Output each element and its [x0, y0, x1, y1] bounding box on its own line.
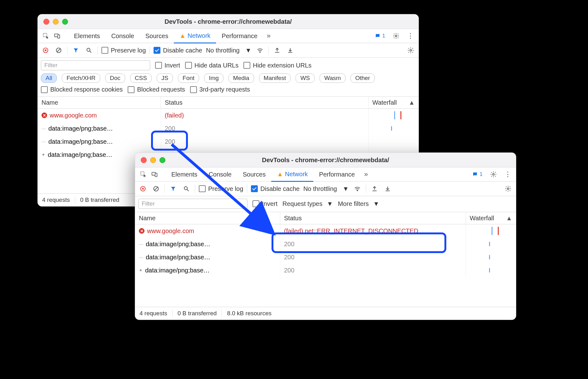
window-title: DevTools - chrome-error://chromewebdata/ — [38, 18, 419, 25]
more-tabs-icon[interactable]: » — [263, 30, 274, 42]
minimize-window-icon[interactable] — [53, 19, 59, 25]
type-pill-js[interactable]: JS — [157, 73, 173, 83]
record-icon[interactable] — [138, 184, 148, 193]
request-types-select[interactable]: Request types▼ — [282, 200, 333, 207]
warning-icon: ▲ — [277, 171, 283, 178]
hide-extension-urls-checkbox[interactable]: Hide extension URLs — [243, 62, 311, 69]
type-pill-all[interactable]: All — [41, 73, 57, 83]
filter-bar: Filter Invert Hide data URLs Hide extens… — [38, 58, 419, 97]
table-row[interactable]: —data:image/png;base… 200 — [135, 251, 516, 264]
table-row[interactable]: —data:image/png;base… 200 — [38, 122, 419, 135]
titlebar[interactable]: DevTools - chrome-error://chromewebdata/ — [38, 14, 419, 29]
disable-cache-checkbox[interactable]: Disable cache — [154, 47, 202, 54]
network-conditions-icon[interactable] — [255, 46, 265, 55]
table-row[interactable]: www.google.com (failed) — [38, 109, 419, 122]
type-pill-fetch-xhr[interactable]: Fetch/XHR — [62, 73, 100, 83]
search-icon[interactable] — [84, 46, 94, 55]
invert-checkbox[interactable]: Invert — [252, 200, 277, 207]
svg-point-10 — [259, 52, 260, 52]
minimize-window-icon[interactable] — [150, 157, 156, 163]
download-icon[interactable] — [286, 46, 295, 55]
type-pill-ws[interactable]: WS — [296, 73, 315, 83]
maximize-window-icon[interactable] — [62, 19, 68, 25]
device-toggle-icon[interactable] — [51, 30, 63, 42]
col-waterfall[interactable]: Waterfall▲ — [466, 212, 516, 224]
type-pill-media[interactable]: Media — [228, 73, 254, 83]
svg-point-3 — [395, 35, 397, 37]
titlebar[interactable]: DevTools - chrome-error://chromewebdata/ — [135, 153, 516, 167]
preserve-log-checkbox[interactable]: Preserve log — [101, 47, 146, 54]
filter-icon[interactable] — [169, 184, 178, 193]
tab-console[interactable]: Console — [203, 167, 237, 181]
panel-settings-gear-icon[interactable] — [406, 46, 415, 55]
resources-size: 8.0 kB resources — [222, 310, 277, 317]
network-conditions-icon[interactable] — [353, 184, 362, 193]
tab-network[interactable]: ▲Network — [271, 167, 313, 182]
type-pill-manifest[interactable]: Manifest — [259, 73, 291, 83]
record-icon[interactable] — [41, 46, 50, 55]
upload-icon[interactable] — [370, 184, 379, 193]
device-toggle-icon[interactable] — [149, 169, 160, 180]
hide-data-urls-checkbox[interactable]: Hide data URLs — [185, 62, 238, 69]
search-icon[interactable] — [182, 184, 191, 193]
svg-point-20 — [184, 187, 187, 190]
maximize-window-icon[interactable] — [159, 157, 165, 163]
tab-elements[interactable]: Elements — [166, 167, 203, 181]
svg-rect-2 — [58, 35, 60, 38]
tab-console[interactable]: Console — [105, 29, 140, 43]
clear-icon[interactable] — [151, 184, 161, 193]
filter-icon[interactable] — [71, 46, 81, 55]
tab-network[interactable]: ▲ Network — [174, 29, 216, 43]
preserve-log-checkbox[interactable]: Preserve log — [199, 185, 243, 192]
tab-sources[interactable]: Sources — [237, 167, 271, 181]
issues-button[interactable]: 1 — [470, 171, 485, 178]
more-filters-select[interactable]: More filters▼ — [338, 200, 380, 207]
type-pill-wasm[interactable]: Wasm — [320, 73, 345, 83]
table-row[interactable]: ✦data:image/png;base… 200 — [135, 264, 516, 277]
throttling-select[interactable]: No throttling▼ — [206, 47, 252, 54]
tab-performance[interactable]: Performance — [216, 29, 263, 43]
type-pill-doc[interactable]: Doc — [105, 73, 125, 83]
close-window-icon[interactable] — [43, 19, 49, 25]
upload-icon[interactable] — [272, 46, 282, 55]
panel-settings-gear-icon[interactable] — [503, 184, 513, 193]
more-tabs-icon[interactable]: » — [360, 169, 372, 180]
dash-icon: — — [139, 255, 143, 260]
inspect-element-icon[interactable] — [40, 30, 51, 42]
tab-performance[interactable]: Performance — [313, 167, 360, 181]
type-pill-css[interactable]: CSS — [130, 73, 152, 83]
error-icon — [139, 228, 145, 234]
close-window-icon[interactable] — [141, 157, 147, 163]
main-tabbar: Elements Console Sources ▲ Network Perfo… — [38, 29, 419, 43]
settings-gear-icon[interactable] — [390, 30, 402, 42]
table-row[interactable]: www.google.com (failed) net::ERR_INTERNE… — [135, 224, 516, 237]
col-name[interactable]: Name — [38, 97, 161, 108]
clear-icon[interactable] — [54, 46, 63, 55]
filter-input[interactable]: Filter — [138, 199, 247, 209]
settings-gear-icon[interactable] — [488, 169, 499, 180]
more-menu-icon[interactable]: ⋮ — [405, 30, 416, 42]
tab-elements[interactable]: Elements — [68, 29, 105, 43]
col-name[interactable]: Name — [135, 212, 280, 224]
blocked-requests-checkbox[interactable]: Blocked requests — [128, 86, 185, 93]
table-row[interactable]: —data:image/png;base… 200 — [38, 135, 419, 148]
third-party-requests-checkbox[interactable]: 3rd-party requests — [190, 86, 250, 93]
col-waterfall[interactable]: Waterfall▲ — [369, 97, 419, 108]
type-pill-img[interactable]: Img — [204, 73, 223, 83]
disable-cache-checkbox[interactable]: Disable cache — [251, 185, 300, 192]
filter-input[interactable]: Filter — [41, 60, 150, 70]
col-status[interactable]: Status — [280, 212, 466, 224]
download-icon[interactable] — [383, 184, 392, 193]
invert-checkbox[interactable]: Invert — [155, 62, 180, 69]
throttling-select[interactable]: No throttling▼ — [303, 185, 349, 192]
table-header: Name Status Waterfall▲ — [135, 212, 516, 224]
type-pill-font[interactable]: Font — [178, 73, 199, 83]
issues-button[interactable]: 1 — [373, 32, 387, 40]
more-menu-icon[interactable]: ⋮ — [502, 169, 513, 180]
table-row[interactable]: —data:image/png;base… 200 — [135, 237, 516, 251]
tab-sources[interactable]: Sources — [140, 29, 174, 43]
inspect-element-icon[interactable] — [138, 169, 149, 180]
type-pill-other[interactable]: Other — [350, 73, 375, 83]
col-status[interactable]: Status — [161, 97, 369, 108]
blocked-response-cookies-checkbox[interactable]: Blocked response cookies — [41, 86, 123, 93]
